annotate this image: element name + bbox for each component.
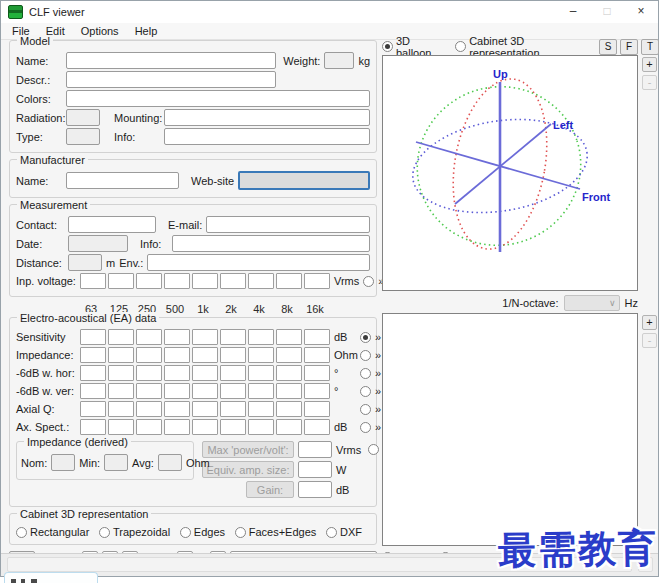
octave-select[interactable]: ∨ <box>564 295 620 311</box>
zoom-out-button[interactable]: - <box>642 75 657 90</box>
more-icon[interactable]: » <box>375 403 381 415</box>
radio-dxf[interactable]: DXF <box>326 526 362 538</box>
zoom-in-button[interactable]: + <box>642 57 657 72</box>
weight-input[interactable] <box>324 52 354 69</box>
inp-voltage-radio[interactable] <box>363 276 374 287</box>
freq-value-input[interactable] <box>80 383 106 399</box>
freq-value-input[interactable] <box>108 383 134 399</box>
freq-value-input[interactable] <box>304 347 330 363</box>
freq-value-input[interactable] <box>276 401 302 417</box>
ea-row-radio[interactable] <box>360 350 371 361</box>
min-input[interactable] <box>104 454 128 471</box>
ea-row-radio[interactable] <box>360 404 371 415</box>
gain-button[interactable]: Gain: <box>246 481 294 498</box>
freq-value-input[interactable] <box>304 383 330 399</box>
f-button[interactable]: F <box>620 39 638 55</box>
manufacturer-name-input[interactable] <box>66 172 179 189</box>
balloon-panel[interactable]: Up Left Front <box>382 55 638 291</box>
freq-value-input[interactable] <box>304 273 330 289</box>
more-icon[interactable]: » <box>375 385 381 397</box>
freq-value-input[interactable] <box>220 347 246 363</box>
freq-value-input[interactable] <box>192 419 218 435</box>
freq-value-input[interactable] <box>248 401 274 417</box>
freq-value-input[interactable] <box>136 383 162 399</box>
freq-value-input[interactable] <box>276 329 302 345</box>
freq-value-input[interactable] <box>276 419 302 435</box>
freq-value-input[interactable] <box>136 329 162 345</box>
freq-value-input[interactable] <box>192 401 218 417</box>
freq-value-input[interactable] <box>164 401 190 417</box>
colors-input[interactable] <box>66 90 370 107</box>
freq-value-input[interactable] <box>248 365 274 381</box>
equiv-amp-size-button[interactable]: Equiv. amp. size: <box>202 461 294 478</box>
menu-help[interactable]: Help <box>127 25 166 37</box>
freq-value-input[interactable] <box>136 365 162 381</box>
date-input[interactable] <box>68 235 128 252</box>
freq-value-input[interactable] <box>164 347 190 363</box>
more-icon[interactable]: » <box>375 421 381 433</box>
freq-value-input[interactable] <box>80 365 106 381</box>
freq-value-input[interactable] <box>248 383 274 399</box>
model-info-input[interactable] <box>164 128 370 145</box>
avg-input[interactable] <box>158 454 182 471</box>
freq-value-input[interactable] <box>248 329 274 345</box>
ea-row-radio[interactable] <box>360 368 371 379</box>
freq-value-input[interactable] <box>248 273 274 289</box>
freq-value-input[interactable] <box>220 365 246 381</box>
more-icon[interactable]: » <box>375 331 381 343</box>
close-button[interactable]: × <box>624 1 658 23</box>
freq-value-input[interactable] <box>108 419 134 435</box>
freq-value-input[interactable] <box>304 401 330 417</box>
descr-input[interactable] <box>66 71 276 88</box>
zoom-out-button[interactable]: - <box>642 333 657 348</box>
freq-value-input[interactable] <box>220 273 246 289</box>
freq-value-input[interactable] <box>80 329 106 345</box>
max-power-volt-radio[interactable] <box>368 444 379 455</box>
freq-value-input[interactable] <box>248 347 274 363</box>
mounting-input[interactable] <box>164 109 370 126</box>
freq-value-input[interactable] <box>136 347 162 363</box>
more-icon[interactable]: » <box>375 349 381 361</box>
ea-row-radio[interactable] <box>360 422 371 433</box>
more-icon[interactable]: » <box>375 367 381 379</box>
max-power-volt-button[interactable]: Max 'power/volt': <box>202 441 294 458</box>
freq-value-input[interactable] <box>192 365 218 381</box>
measurement-info-input[interactable] <box>172 235 370 252</box>
freq-value-input[interactable] <box>304 329 330 345</box>
freq-value-input[interactable] <box>108 401 134 417</box>
freq-value-input[interactable] <box>220 329 246 345</box>
freq-value-input[interactable] <box>136 273 162 289</box>
freq-value-input[interactable] <box>192 383 218 399</box>
freq-value-input[interactable] <box>192 347 218 363</box>
freq-value-input[interactable] <box>80 347 106 363</box>
freq-value-input[interactable] <box>304 419 330 435</box>
nom-input[interactable] <box>51 454 75 471</box>
model-name-input[interactable] <box>66 52 276 69</box>
freq-value-input[interactable] <box>192 273 218 289</box>
freq-value-input[interactable] <box>164 329 190 345</box>
equiv-amp-size-input[interactable] <box>298 461 332 478</box>
freq-value-input[interactable] <box>80 273 106 289</box>
radio-edges[interactable]: Edges <box>180 526 225 538</box>
freq-value-input[interactable] <box>136 401 162 417</box>
distance-input[interactable] <box>68 254 102 271</box>
radio-rectangular[interactable]: Rectangular <box>16 526 89 538</box>
maximize-button[interactable]: □ <box>590 1 624 23</box>
freq-value-input[interactable] <box>108 329 134 345</box>
freq-value-input[interactable] <box>276 383 302 399</box>
ea-row-radio[interactable] <box>360 332 371 343</box>
freq-value-input[interactable] <box>220 383 246 399</box>
freq-value-input[interactable] <box>80 419 106 435</box>
freq-value-input[interactable] <box>80 401 106 417</box>
freq-value-input[interactable] <box>276 273 302 289</box>
s-button[interactable]: S <box>599 39 617 55</box>
freq-value-input[interactable] <box>164 419 190 435</box>
minimize-button[interactable]: – <box>556 1 590 23</box>
radiation-input[interactable] <box>66 109 100 126</box>
freq-value-input[interactable] <box>108 347 134 363</box>
freq-value-input[interactable] <box>220 401 246 417</box>
freq-value-input[interactable] <box>108 365 134 381</box>
freq-value-input[interactable] <box>164 365 190 381</box>
menu-options[interactable]: Options <box>73 25 127 37</box>
gain-input[interactable] <box>298 481 332 498</box>
